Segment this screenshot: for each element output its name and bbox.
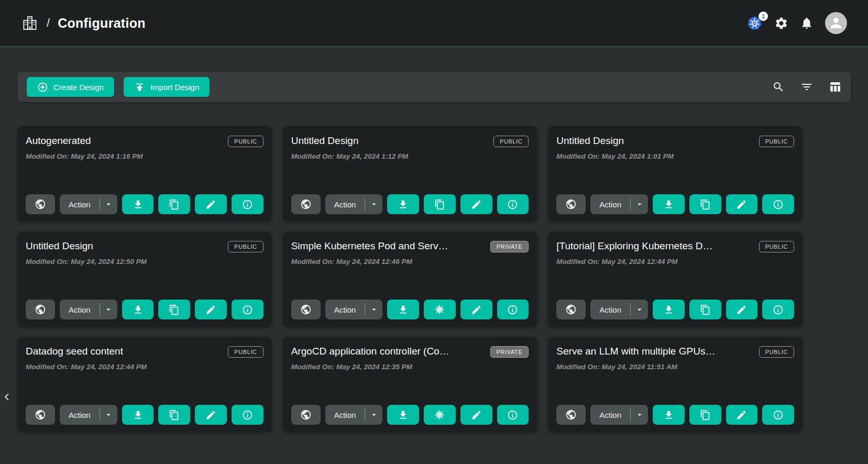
download-button[interactable] xyxy=(387,300,419,319)
design-modified-date: Modified On: May 24, 2024 12:35 PM xyxy=(291,363,529,371)
action-dropdown-toggle[interactable] xyxy=(630,198,648,211)
download-button[interactable] xyxy=(122,194,154,214)
action-button[interactable]: Action xyxy=(325,405,365,425)
action-dropdown-toggle[interactable] xyxy=(100,303,117,316)
clone-button[interactable] xyxy=(158,405,190,425)
clone-button[interactable] xyxy=(689,194,721,214)
action-dropdown-toggle[interactable] xyxy=(100,198,117,211)
action-dropdown-toggle[interactable] xyxy=(630,303,648,316)
edit-button[interactable] xyxy=(195,405,227,425)
breadcrumb: / Configuration xyxy=(21,14,146,32)
filter-button[interactable] xyxy=(800,81,813,93)
visibility-globe-button[interactable] xyxy=(556,405,586,425)
design-card-header: Untitled Design PUBLIC xyxy=(556,135,794,148)
visibility-globe-button[interactable] xyxy=(26,300,55,319)
clone-button[interactable] xyxy=(689,405,721,425)
action-button[interactable]: Action xyxy=(325,194,365,214)
settings-button[interactable] xyxy=(774,16,788,30)
action-split-button: Action xyxy=(590,300,648,319)
design-title: [Tutorial] Exploring Kubernetes D… xyxy=(556,240,712,253)
download-button[interactable] xyxy=(653,405,685,425)
kubernetes-context-button[interactable]: 1 xyxy=(746,15,763,31)
globe-icon xyxy=(565,198,577,210)
download-button[interactable] xyxy=(387,194,419,214)
clone-button[interactable] xyxy=(158,300,190,319)
info-button[interactable] xyxy=(497,300,529,319)
visibility-globe-button[interactable] xyxy=(26,194,55,214)
visibility-globe-button[interactable] xyxy=(556,300,586,319)
gear-icon xyxy=(774,16,788,30)
edit-button[interactable] xyxy=(726,405,758,425)
pencil-icon xyxy=(205,304,216,315)
design-card-actions: Action xyxy=(556,405,794,425)
info-icon xyxy=(242,199,253,210)
search-button[interactable] xyxy=(772,81,785,93)
clone-button[interactable] xyxy=(689,300,721,319)
download-button[interactable] xyxy=(387,405,419,425)
info-button[interactable] xyxy=(762,405,794,425)
edit-button[interactable] xyxy=(726,300,758,319)
info-button[interactable] xyxy=(762,300,794,319)
download-button[interactable] xyxy=(653,194,685,214)
visibility-globe-button[interactable] xyxy=(291,194,321,214)
download-icon xyxy=(133,410,144,421)
table-view-button[interactable] xyxy=(829,81,841,93)
action-button[interactable]: Action xyxy=(60,194,100,214)
design-card: Simple Kubernetes Pod and Serv… PRIVATE … xyxy=(283,231,537,327)
info-button[interactable] xyxy=(232,194,263,214)
collapse-panel-button[interactable] xyxy=(0,390,14,405)
visibility-globe-button[interactable] xyxy=(556,194,586,214)
copy-icon xyxy=(700,304,711,315)
edit-button[interactable] xyxy=(460,194,492,214)
edit-button[interactable] xyxy=(726,194,758,214)
action-button[interactable]: Action xyxy=(60,300,100,319)
design-card: Untitled Design PUBLIC Modified On: May … xyxy=(17,231,272,327)
design-card-header: Simple Kubernetes Pod and Serv… PRIVATE xyxy=(291,240,529,253)
action-button[interactable]: Action xyxy=(590,405,630,425)
action-button[interactable]: Action xyxy=(590,300,630,319)
visibility-globe-button[interactable] xyxy=(291,405,321,425)
visibility-globe-button[interactable] xyxy=(26,405,55,425)
breadcrumb-separator: / xyxy=(47,16,50,30)
info-button[interactable] xyxy=(232,300,263,319)
action-dropdown-toggle[interactable] xyxy=(630,408,648,421)
action-dropdown-toggle[interactable] xyxy=(365,408,382,421)
organization-building-icon[interactable] xyxy=(21,14,39,32)
edit-button[interactable] xyxy=(195,300,227,319)
meshery-design-button[interactable] xyxy=(424,300,456,319)
edit-button[interactable] xyxy=(460,405,492,425)
action-button[interactable]: Action xyxy=(325,300,365,319)
design-title: Simple Kubernetes Pod and Serv… xyxy=(291,240,448,253)
create-design-button[interactable]: Create Design xyxy=(27,77,114,97)
action-button[interactable]: Action xyxy=(590,194,630,214)
visibility-globe-button[interactable] xyxy=(291,300,321,319)
clone-button[interactable] xyxy=(158,194,190,214)
info-button[interactable] xyxy=(232,405,263,425)
action-dropdown-toggle[interactable] xyxy=(100,408,117,421)
action-button[interactable]: Action xyxy=(60,405,100,425)
globe-icon xyxy=(35,304,46,315)
user-menu-button[interactable] xyxy=(825,12,847,34)
meshery-design-button[interactable] xyxy=(424,405,456,425)
edit-button[interactable] xyxy=(195,194,227,214)
action-dropdown-toggle[interactable] xyxy=(365,198,382,211)
info-button[interactable] xyxy=(497,405,529,425)
edit-button[interactable] xyxy=(460,300,492,319)
notifications-button[interactable] xyxy=(800,16,814,30)
action-dropdown-toggle[interactable] xyxy=(365,303,382,316)
clone-button[interactable] xyxy=(424,194,456,214)
filter-list-icon xyxy=(800,81,813,93)
download-button[interactable] xyxy=(122,300,154,319)
pencil-icon xyxy=(736,199,747,210)
pencil-icon xyxy=(471,304,482,315)
info-button[interactable] xyxy=(497,194,529,214)
chevron-down-icon xyxy=(635,410,644,419)
toolbar-view-controls xyxy=(772,81,841,93)
design-card-actions: Action xyxy=(291,405,529,425)
pencil-icon xyxy=(471,410,482,421)
download-button[interactable] xyxy=(122,405,154,425)
import-design-button[interactable]: Import Design xyxy=(124,77,210,97)
action-split-button: Action xyxy=(60,194,117,214)
download-button[interactable] xyxy=(653,300,685,319)
info-button[interactable] xyxy=(762,194,794,214)
